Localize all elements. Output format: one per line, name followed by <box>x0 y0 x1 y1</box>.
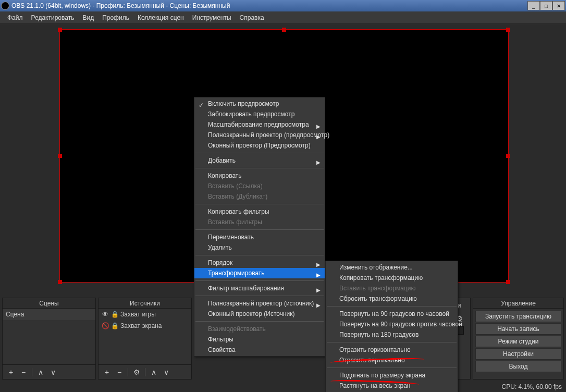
control-button-2[interactable]: Режим студии <box>475 336 561 347</box>
maximize-button[interactable]: □ <box>540 1 552 10</box>
menubar: ФайлРедактироватьВидПрофильКоллекция сце… <box>0 11 566 24</box>
control-button-0[interactable]: Запустить трансляцию <box>475 311 561 322</box>
ctx-item[interactable]: Повернуть на 90 градусов по часовой <box>326 309 458 319</box>
ctx-item[interactable]: Полноэкранный проектор (предпросмотр)▶ <box>194 130 325 140</box>
ctx-item[interactable]: Порядок▶ <box>194 258 325 268</box>
ctx-item: Вставить (Ссылка) <box>194 181 325 191</box>
ctx-item[interactable]: Растянуть на весь экран <box>326 381 458 391</box>
sources-panel: Источники 👁🔒Захват игры🚫🔒Захват экрана +… <box>98 298 192 379</box>
ctx-item[interactable]: Трансформировать▶ <box>194 268 325 278</box>
source-down-button[interactable]: ∨ <box>160 366 173 378</box>
sources-toolbar: + − ⚙ ∧ ∨ <box>99 364 191 379</box>
ctx-item[interactable]: Свойства <box>194 345 325 355</box>
ctx-item[interactable]: Изменить отображение... <box>326 262 458 273</box>
chevron-right-icon: ▶ <box>316 157 321 168</box>
ctx-item[interactable]: Заблокировать предпросмотр <box>194 109 325 119</box>
source-row[interactable]: 👁🔒Захват игры <box>99 309 191 320</box>
ctx-item: Взаимодействовать <box>194 324 325 334</box>
remove-scene-button[interactable]: − <box>17 366 30 378</box>
ctx-item[interactable]: Сбросить трансформацию <box>326 293 458 304</box>
ctx-item[interactable]: Полноэкранный проектор (источник)▶ <box>194 298 325 309</box>
ctx-item[interactable]: Копировать трансформацию <box>326 273 458 283</box>
control-button-4[interactable]: Выход <box>475 361 561 372</box>
scenes-toolbar: + − ∧ ∨ <box>3 364 95 379</box>
ctx-item[interactable]: Оконный проектор (Источник) <box>194 309 325 319</box>
visibility-icon[interactable]: 🚫 <box>102 322 109 329</box>
scene-down-button[interactable]: ∨ <box>47 366 59 378</box>
menu-4[interactable]: Коллекция сцен <box>133 12 188 23</box>
chevron-right-icon: ▶ <box>316 270 321 280</box>
controls-header: Управление <box>473 298 563 309</box>
chevron-right-icon: ▶ <box>316 285 321 296</box>
lock-icon[interactable]: 🔒 <box>111 322 118 329</box>
ctx-item[interactable]: Переименовать <box>194 232 325 242</box>
control-button-1[interactable]: Начать запись <box>475 323 561 335</box>
source-row[interactable]: 🚫🔒Захват экрана <box>99 320 191 332</box>
menu-3[interactable]: Профиль <box>98 12 133 23</box>
ctx-item[interactable]: Фильтр масштабирования▶ <box>194 283 325 293</box>
ctx-item[interactable]: Отразить вертикально <box>326 355 458 365</box>
close-button[interactable]: ✕ <box>552 1 565 10</box>
ctx-item[interactable]: Копировать фильтры <box>194 206 325 217</box>
ctx-item[interactable]: Копировать <box>194 170 325 181</box>
ctx-item[interactable]: Включить предпросмотр✓ <box>194 99 325 109</box>
add-scene-button[interactable]: + <box>5 366 17 378</box>
obs-icon <box>1 2 9 10</box>
context-menu[interactable]: Включить предпросмотр✓Заблокировать пред… <box>194 97 325 357</box>
statusbar: CPU: 4.1%, 60.00 fps <box>0 382 566 392</box>
control-button-3[interactable]: Настройки <box>475 348 561 360</box>
ctx-item[interactable]: Добавить▶ <box>194 155 325 166</box>
menu-0[interactable]: Файл <box>3 12 27 23</box>
source-up-button[interactable]: ∧ <box>147 366 160 378</box>
remove-source-button[interactable]: − <box>113 366 126 378</box>
titlebar: OBS 21.1.0 (64bit, windows) - Профиль: Б… <box>0 0 566 11</box>
source-name: Захват игры <box>120 311 156 318</box>
ctx-item[interactable]: Масштабирование предпросмотра▶ <box>194 119 325 130</box>
ctx-item: Вставить фильтры <box>194 217 325 227</box>
lock-icon[interactable]: 🔒 <box>111 311 118 318</box>
minimize-button[interactable]: _ <box>527 1 540 10</box>
ctx-item[interactable]: Повернуть на 180 градусов <box>326 329 458 340</box>
context-submenu-transform[interactable]: Изменить отображение...Копировать трансф… <box>325 261 458 392</box>
scenes-panel: Сцены Сцена + − ∧ ∨ <box>2 298 96 379</box>
scene-row[interactable]: Сцена <box>3 309 95 320</box>
ctx-item[interactable]: Оконный проектор (Предпросмотр) <box>194 140 325 151</box>
ctx-item[interactable]: Фильтры <box>194 334 325 345</box>
menu-1[interactable]: Редактировать <box>27 12 79 23</box>
add-source-button[interactable]: + <box>101 366 113 378</box>
ctx-item[interactable]: Подогнать по размеру экрана <box>326 370 458 381</box>
ctx-item: Вставить (Дубликат) <box>194 191 325 202</box>
menu-6[interactable]: Справка <box>236 12 268 23</box>
ctx-item[interactable]: Повернуть на 90 градусов против часовой <box>326 319 458 329</box>
menu-5[interactable]: Инструменты <box>188 12 236 23</box>
window-title: OBS 21.1.0 (64bit, windows) - Профиль: Б… <box>11 2 527 9</box>
sources-header: Источники <box>99 298 191 309</box>
scenes-header: Сцены <box>3 298 95 309</box>
ctx-item: Вставить трансформацию <box>326 283 458 293</box>
controls-panel: Управление Запустить трансляциюНачать за… <box>473 298 564 379</box>
source-name: Захват экрана <box>120 322 162 329</box>
scene-up-button[interactable]: ∧ <box>34 366 47 378</box>
menu-2[interactable]: Вид <box>78 12 98 23</box>
ctx-item[interactable]: Удалить <box>194 242 325 253</box>
source-settings-button[interactable]: ⚙ <box>130 366 143 378</box>
status-text: CPU: 4.1%, 60.00 fps <box>502 383 562 390</box>
ctx-item[interactable]: Отразить горизонтально <box>326 345 458 355</box>
visibility-icon[interactable]: 👁 <box>102 311 109 318</box>
